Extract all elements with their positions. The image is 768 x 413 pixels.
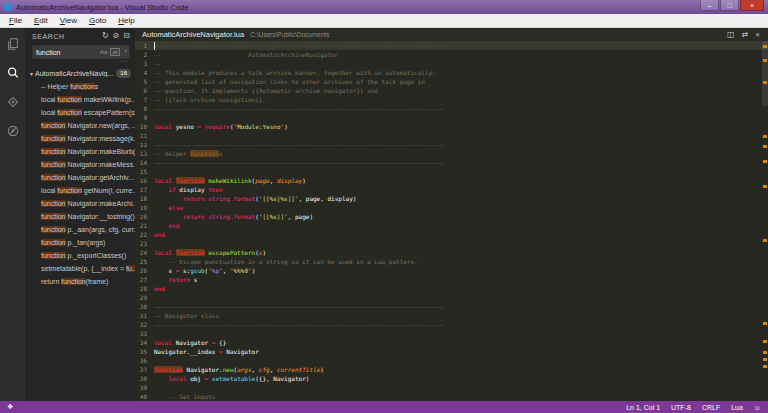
code-line-39[interactable]: 39 — [135, 383, 768, 392]
search-result-item[interactable]: setmetatable(p, {__index = fu... — [25, 262, 135, 275]
code-line-33[interactable]: 33 — [135, 329, 768, 338]
code-line-23[interactable]: 23 — [135, 239, 768, 248]
code-line-19[interactable]: 19 else — [135, 203, 768, 212]
code-line-21[interactable]: 21 end — [135, 221, 768, 230]
code-line-6[interactable]: 6-- question. It implements {{Automatic … — [135, 86, 768, 95]
search-match-marker — [763, 45, 767, 48]
code-line-35[interactable]: 35Navigator.__index = Navigator — [135, 347, 768, 356]
split-editor-icon[interactable]: ◫ — [727, 31, 735, 39]
editor-file-path: C:\Users\Public\Documents — [250, 31, 727, 38]
code-line-30[interactable]: 30--------------------------------------… — [135, 302, 768, 311]
search-icon[interactable] — [6, 66, 20, 80]
code-line-9[interactable]: 9 — [135, 113, 768, 122]
code-line-16[interactable]: 16local function makeWikilink(page, disp… — [135, 176, 768, 185]
eol-indicator[interactable]: CRLF — [702, 404, 720, 411]
code-line-11[interactable]: 11 — [135, 131, 768, 140]
search-result-item[interactable]: function Navigator:getArchiv... — [25, 171, 135, 184]
status-indicator-icon[interactable]: ❖ — [7, 403, 13, 411]
code-line-4[interactable]: 4-- This module produces a talk archive … — [135, 68, 768, 77]
code-line-3[interactable]: 3-- — [135, 59, 768, 68]
code-line-17[interactable]: 17 if display then — [135, 185, 768, 194]
search-result-item[interactable]: function p._aan(args, cfg, curr... — [25, 223, 135, 236]
code-line-20[interactable]: 20 return string.format('[[%s]]', page) — [135, 212, 768, 221]
menu-goto[interactable]: Goto — [83, 16, 112, 25]
toggle-search-details[interactable]: ··· — [25, 59, 135, 65]
menu-view[interactable]: View — [54, 16, 83, 25]
search-match-marker — [763, 239, 767, 242]
close-icon: × — [750, 2, 754, 9]
language-indicator[interactable]: Lua — [731, 404, 743, 411]
code-line-13[interactable]: 13-- Helper functions — [135, 149, 768, 158]
refresh-icon[interactable]: ↻ — [102, 32, 109, 40]
debug-icon[interactable] — [6, 124, 20, 138]
whole-word-icon[interactable]: ab — [110, 48, 120, 56]
code-line-10[interactable]: 10local yesno = require('Module:Yesno') — [135, 122, 768, 131]
code-line-8[interactable]: 8---------------------------------------… — [135, 104, 768, 113]
search-result-item[interactable]: function Navigator:message(k... — [25, 132, 135, 145]
match-case-icon[interactable]: Aa — [100, 49, 107, 55]
code-area[interactable]: 1---------------------------------------… — [135, 41, 768, 401]
search-result-item[interactable]: local function getNum(i, curre... — [25, 184, 135, 197]
close-button[interactable]: × — [740, 0, 764, 11]
scrollbar-slider[interactable] — [762, 41, 768, 106]
code-line-25[interactable]: 25 -- Escape punctuation in a string so … — [135, 257, 768, 266]
search-result-item[interactable]: function p._exportClasses() — [25, 249, 135, 262]
editor-file-name[interactable]: AutomaticArchiveNavigator.lua — [142, 30, 244, 39]
overview-ruler[interactable] — [762, 41, 768, 401]
search-result-item[interactable]: function Navigator:__tostring() — [25, 210, 135, 223]
code-line-38[interactable]: 38 local obj = setmetatable({}, Navigato… — [135, 374, 768, 383]
search-result-item[interactable]: -- Helper functions — [25, 80, 135, 93]
search-options: Aa ab .* — [100, 48, 127, 56]
cursor-position[interactable]: Ln 1, Col 1 — [626, 404, 660, 411]
code-line-22[interactable]: 22end — [135, 230, 768, 239]
search-result-item[interactable]: local function makeWikilink(p... — [25, 93, 135, 106]
code-line-5[interactable]: 5-- generated list of navigation links t… — [135, 77, 768, 86]
code-line-14[interactable]: 14--------------------------------------… — [135, 158, 768, 167]
code-line-40[interactable]: 40 -- Set inputs — [135, 392, 768, 401]
code-line-27[interactable]: 27 return s — [135, 275, 768, 284]
search-result-item[interactable]: function Navigator:makeArchi... — [25, 197, 135, 210]
search-match-marker — [763, 340, 767, 343]
search-result-item[interactable]: function Navigator:makeMess... — [25, 158, 135, 171]
twistie-icon[interactable]: ▾ — [30, 70, 33, 77]
menu-help[interactable]: Help — [112, 16, 140, 25]
search-result-item[interactable]: function Navigator:makeBlurb() — [25, 145, 135, 158]
code-line-12[interactable]: 12--------------------------------------… — [135, 140, 768, 149]
code-line-1[interactable]: 1---------------------------------------… — [135, 41, 768, 50]
code-line-31[interactable]: 31-- Navigator class — [135, 311, 768, 320]
code-line-7[interactable]: 7-- {{Talk archive navigation}}. — [135, 95, 768, 104]
search-result-item[interactable]: function p._tan(args) — [25, 236, 135, 249]
code-line-2[interactable]: 2-- AutomaticArchiveNavigator — [135, 50, 768, 59]
search-result-item[interactable]: local function escapePattern(s) — [25, 106, 135, 119]
close-editor-icon[interactable]: × — [755, 31, 760, 39]
open-changes-icon[interactable]: ⇄ — [742, 31, 749, 39]
feedback-smiley-icon[interactable]: ☺ — [754, 404, 761, 411]
git-icon[interactable] — [6, 95, 20, 109]
search-input[interactable] — [36, 49, 100, 56]
clear-search-icon[interactable]: ⊘ — [113, 32, 120, 40]
code-line-36[interactable]: 36 — [135, 356, 768, 365]
code-line-18[interactable]: 18 return string.format('[[%s|%s]]', pag… — [135, 194, 768, 203]
code-line-29[interactable]: 29 — [135, 293, 768, 302]
menu-edit[interactable]: Edit — [28, 16, 54, 25]
code-line-24[interactable]: 24local function escapePattern(s) — [135, 248, 768, 257]
encoding-indicator[interactable]: UTF-8 — [671, 404, 691, 411]
search-result-item[interactable]: return function(frame) — [25, 275, 135, 288]
search-result-file[interactable]: ▾ AutomaticArchiveNavig... 16 — [25, 67, 135, 80]
code-line-32[interactable]: 32--------------------------------------… — [135, 320, 768, 329]
maximize-button[interactable]: □ — [720, 0, 739, 11]
code-line-26[interactable]: 26 s = s:gsub('%p', '%%%0') — [135, 266, 768, 275]
explorer-icon[interactable] — [6, 37, 20, 51]
match-count-badge: 16 — [116, 69, 131, 78]
search-result-item[interactable]: function Navigator.new(args, ... — [25, 119, 135, 132]
regex-icon[interactable]: .* — [123, 49, 127, 55]
code-line-34[interactable]: 34local Navigator = {} — [135, 338, 768, 347]
minimize-button[interactable]: – — [700, 0, 719, 11]
menu-bar: File Edit View Goto Help — [0, 14, 768, 28]
collapse-all-icon[interactable]: ⊟ — [123, 32, 130, 40]
menu-file[interactable]: File — [3, 16, 28, 25]
code-line-37[interactable]: 37function Navigator.new(args, cfg, curr… — [135, 365, 768, 374]
code-line-15[interactable]: 15 — [135, 167, 768, 176]
search-match-marker — [763, 145, 767, 148]
code-line-28[interactable]: 28end — [135, 284, 768, 293]
